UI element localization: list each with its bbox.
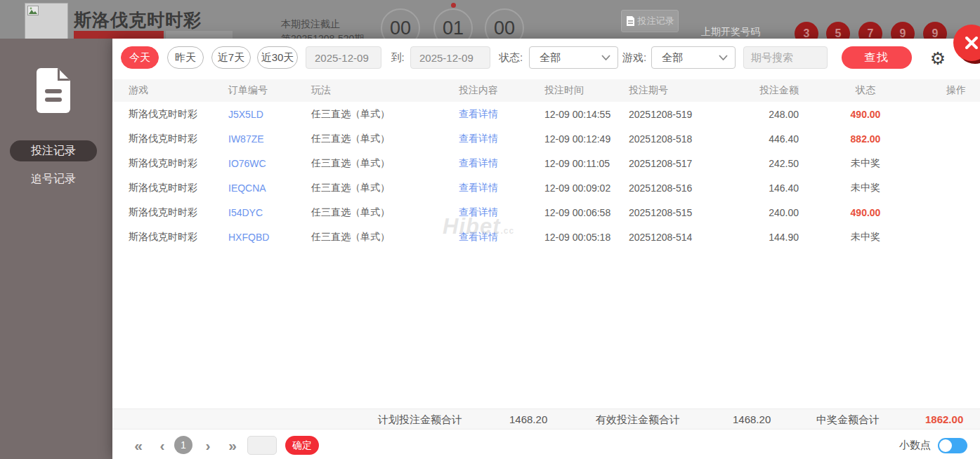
cell-order-link[interactable]: IW87ZE (228, 133, 311, 145)
cell-view-details-link[interactable]: 查看详情 (459, 231, 544, 244)
status-select[interactable]: 全部 (529, 46, 618, 69)
bet-records-modal: 今天 昨天 近7天 近30天 2025-12-09 到: 2025-12-09 … (112, 39, 980, 459)
cell-view-details-link[interactable]: 查看详情 (459, 182, 544, 194)
prev-page-button[interactable]: ‹ (157, 432, 168, 459)
table-row: 斯洛伐克时时彩 IO76WC 任三直选（单式） 查看详情 12-09 00:11… (112, 151, 980, 175)
cell-game: 斯洛伐克时时彩 (129, 182, 228, 194)
cell-view-details-link[interactable]: 查看详情 (459, 108, 544, 121)
last-page-button[interactable]: » (225, 432, 240, 459)
game-select[interactable]: 全部 (651, 46, 736, 69)
cell-period: 20251208-517 (629, 158, 729, 169)
win-total-value: 1862.00 (925, 413, 963, 425)
cell-order-link[interactable]: HXFQBD (228, 232, 311, 243)
cell-time: 12-09 00:12:49 (544, 133, 629, 145)
cell-amount: 248.00 (729, 109, 799, 120)
plan-total-value: 1468.20 (509, 413, 547, 425)
sidebar-item-bet-records[interactable]: 投注记录 (10, 140, 97, 161)
records-icon (37, 68, 70, 113)
page-title: 斯洛伐克时时彩 (74, 8, 202, 32)
cell-order-link[interactable]: IO76WC (228, 158, 311, 169)
cell-game: 斯洛伐克时时彩 (129, 108, 228, 121)
cell-time: 12-09 00:06:58 (544, 207, 629, 218)
cell-period: 20251208-519 (629, 109, 729, 120)
col-header-amount: 投注金额 (729, 84, 799, 97)
cell-order-link[interactable]: I54DYC (228, 207, 311, 218)
cell-status: 490.00 (799, 109, 932, 120)
col-header-order: 订单编号 (228, 84, 311, 97)
col-header-period: 投注期号 (629, 84, 729, 97)
cell-view-details-link[interactable]: 查看详情 (459, 206, 544, 219)
cell-game: 斯洛伐克时时彩 (129, 231, 228, 244)
cell-time: 12-09 00:05:18 (544, 232, 629, 243)
col-header-content: 投注内容 (459, 84, 544, 97)
draw-ball: 9 (923, 22, 947, 39)
period-search-input[interactable]: 期号搜索 (743, 46, 828, 69)
valid-total-value: 1468.20 (733, 413, 771, 425)
cell-period: 20251208-516 (629, 182, 729, 194)
cell-game: 斯洛伐克时时彩 (129, 206, 228, 219)
table-header: 游戏 订单编号 玩法 投注内容 投注时间 投注期号 投注金额 状态 操作 (112, 79, 980, 102)
cell-time: 12-09 00:14:55 (544, 109, 629, 120)
cell-play: 任三直选（单式） (311, 206, 459, 219)
table-row: 斯洛伐克时时彩 IW87ZE 任三直选（单式） 查看详情 12-09 00:12… (112, 126, 980, 151)
sidebar-item-chase-records[interactable]: 追号记录 (10, 170, 97, 188)
cell-time: 12-09 00:11:05 (544, 158, 629, 169)
chevron-down-icon (719, 55, 728, 60)
filter-7days-button[interactable]: 近7天 (211, 46, 251, 69)
cell-status: 882.00 (799, 133, 932, 145)
countdown-dot (451, 3, 456, 8)
draw-ball: 9 (891, 22, 915, 39)
tab-alt-partial[interactable] (166, 31, 233, 39)
screen: 斯洛伐克时时彩 本期投注截止 第20251208-520期 00 01 00 投… (0, 0, 980, 459)
cell-play: 任三直选（单式） (311, 108, 459, 121)
page-number-input[interactable] (247, 436, 277, 455)
countdown-seconds: 00 (485, 8, 524, 39)
cell-amount: 240.00 (729, 207, 799, 218)
cell-game: 斯洛伐克时时彩 (129, 133, 228, 145)
cell-order-link[interactable]: J5X5LD (228, 109, 311, 120)
game-filter-label: 游戏: (621, 46, 648, 69)
cell-period: 20251208-515 (629, 207, 729, 218)
last-draw-label: 上期开奖号码 (701, 26, 760, 39)
col-header-status: 状态 (799, 84, 932, 97)
countdown-hours: 00 (381, 8, 420, 39)
tab-classic-partial[interactable] (74, 31, 164, 39)
bet-record-button[interactable]: 投注记录 (621, 10, 679, 32)
current-period-label: 第20251208-520期 (281, 33, 364, 39)
filter-30days-button[interactable]: 近30天 (257, 46, 298, 69)
filter-today-button[interactable]: 今天 (121, 46, 159, 69)
col-header-game: 游戏 (129, 84, 228, 97)
cell-amount: 144.90 (729, 232, 799, 243)
broken-image-icon (27, 6, 39, 17)
filter-yesterday-button[interactable]: 昨天 (167, 46, 204, 69)
cell-amount: 242.50 (729, 158, 799, 169)
first-page-button[interactable]: « (131, 432, 146, 459)
valid-total-label: 有效投注金额合计 (596, 413, 680, 427)
status-filter-label: 状态: (497, 46, 524, 69)
cell-play: 任三直选（单式） (311, 133, 459, 145)
document-icon (626, 16, 635, 27)
draw-ball: 5 (826, 22, 850, 39)
cell-status: 未中奖 (799, 231, 932, 244)
countdown-minutes: 01 (433, 8, 473, 39)
cell-amount: 146.40 (729, 182, 799, 194)
table-row: 斯洛伐克时时彩 I54DYC 任三直选（单式） 查看详情 12-09 00:06… (112, 200, 980, 225)
bet-record-button-label: 投注记录 (638, 15, 674, 27)
modal-sidebar: 投注记录 追号记录 (0, 39, 112, 459)
date-to-input[interactable]: 2025-12-09 (410, 46, 490, 69)
next-page-button[interactable]: › (202, 432, 214, 459)
cell-view-details-link[interactable]: 查看详情 (459, 157, 544, 170)
decimal-toggle-group: 小数点 (899, 432, 967, 459)
gear-icon[interactable]: ⚙ (927, 48, 948, 69)
cell-order-link[interactable]: IEQCNA (228, 182, 311, 194)
current-page-button[interactable]: 1 (174, 436, 192, 454)
date-from-input[interactable]: 2025-12-09 (306, 46, 381, 69)
cell-play: 任三直选（单式） (311, 182, 459, 194)
cell-period: 20251208-518 (629, 133, 729, 145)
cell-view-details-link[interactable]: 查看详情 (459, 133, 544, 145)
confirm-page-button[interactable]: 确定 (285, 436, 319, 455)
decimal-toggle[interactable] (938, 438, 967, 453)
summary-bar: 计划投注金额合计 1468.20 有效投注金额合计 1468.20 中奖金额合计… (112, 408, 980, 430)
find-button[interactable]: 查找 (842, 46, 912, 69)
cell-amount: 446.40 (729, 133, 799, 145)
